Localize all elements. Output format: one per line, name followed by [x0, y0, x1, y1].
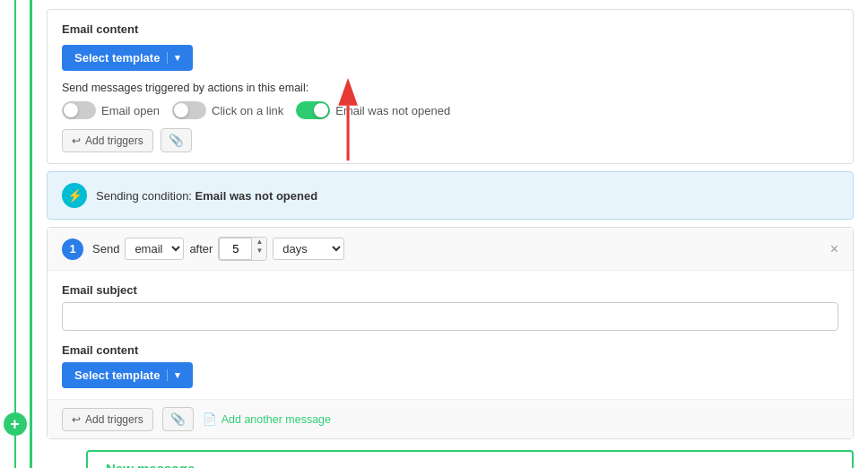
email-open-trigger: Email open [62, 101, 160, 119]
attachment-button[interactable]: 📎 [161, 128, 192, 152]
step-add-triggers-icon: ↩ [72, 413, 81, 426]
click-link-toggle[interactable] [172, 101, 206, 119]
spin-up-button[interactable]: ▲ [252, 238, 266, 247]
add-triggers-row: ↩ Add triggers 📎 [62, 128, 838, 152]
select-template-label-step1: Select template [74, 368, 160, 382]
delay-number-input[interactable] [219, 238, 251, 260]
step-controls: Send email sms after ▲ ▼ days hours minu [92, 237, 821, 261]
select-template-button[interactable]: Select template ▾ [62, 45, 193, 71]
step-header: 1 Send email sms after ▲ ▼ days hou [48, 228, 853, 271]
document-icon: 📄 [203, 412, 217, 426]
toggle-thumb [64, 103, 78, 117]
new-message-label: New message [106, 461, 195, 468]
click-link-label: Click on a link [212, 104, 283, 117]
paperclip-icon: 📎 [169, 134, 184, 147]
timeline-sidebar: + [0, 0, 32, 468]
step-paperclip-icon: 📎 [170, 412, 186, 426]
step-add-triggers-label: Add triggers [85, 413, 143, 426]
add-triggers-label: Add triggers [85, 134, 143, 147]
spin-buttons: ▲ ▼ [251, 238, 266, 260]
period-select[interactable]: days hours minutes [273, 238, 344, 260]
click-link-trigger: Click on a link [172, 101, 283, 119]
send-type-select[interactable]: email sms [125, 238, 184, 260]
step-body: Email subject Email content Select templ… [48, 271, 853, 399]
email-not-opened-label: Email was not opened [335, 104, 450, 117]
chevron-down-icon-step1: ▾ [167, 369, 180, 381]
chevron-down-icon: ▾ [167, 52, 180, 64]
step-attachment-button[interactable]: 📎 [162, 407, 194, 431]
sending-condition-banner: ⚡ Sending condition: Email was not opene… [47, 171, 854, 220]
triggers-row: Email open Click on a link Email was not… [62, 101, 838, 119]
email-content-card: Email content Select template ▾ Send mes… [47, 9, 854, 164]
main-content: Email content Select template ▾ Send mes… [32, 0, 868, 468]
lightning-icon: ⚡ [67, 188, 82, 203]
step-close-button[interactable]: × [830, 242, 838, 256]
after-label: after [189, 242, 213, 256]
delay-input-wrapper: ▲ ▼ [218, 237, 267, 261]
email-content-label-step1: Email content [62, 343, 838, 357]
toggle-thumb [174, 103, 188, 117]
add-new-message-circle[interactable]: + [4, 412, 27, 436]
new-message-button[interactable]: New message [86, 450, 854, 468]
add-another-message-button[interactable]: 📄 Add another message [203, 412, 331, 426]
step-footer: ↩ Add triggers 📎 📄 Add another message [48, 399, 853, 438]
email-open-toggle[interactable] [62, 101, 96, 119]
toggle-thumb [314, 103, 328, 117]
email-open-label: Email open [101, 104, 160, 117]
select-template-button-step1[interactable]: Select template ▾ [62, 362, 193, 388]
email-content-title: Email content [62, 22, 838, 36]
step-number: 1 [62, 238, 83, 260]
step-add-triggers-button[interactable]: ↩ Add triggers [62, 408, 153, 431]
send-label: Send [92, 242, 119, 256]
add-another-label: Add another message [221, 413, 331, 426]
email-subject-input[interactable] [62, 302, 838, 331]
timeline-line [14, 0, 16, 468]
triggers-description: Send messages triggered by actions in th… [62, 82, 838, 94]
step-1-card: 1 Send email sms after ▲ ▼ days hou [47, 227, 854, 439]
email-subject-label: Email subject [62, 283, 838, 297]
email-not-opened-toggle[interactable] [296, 101, 330, 119]
add-triggers-icon: ↩ [72, 134, 81, 147]
condition-text: Sending condition: Email was not opened [96, 189, 317, 203]
condition-icon: ⚡ [62, 183, 87, 208]
spin-down-button[interactable]: ▼ [252, 247, 266, 256]
add-triggers-button[interactable]: ↩ Add triggers [62, 129, 153, 152]
select-template-label: Select template [74, 51, 160, 65]
condition-value: Email was not opened [195, 189, 318, 203]
email-not-opened-trigger: Email was not opened [296, 101, 450, 119]
